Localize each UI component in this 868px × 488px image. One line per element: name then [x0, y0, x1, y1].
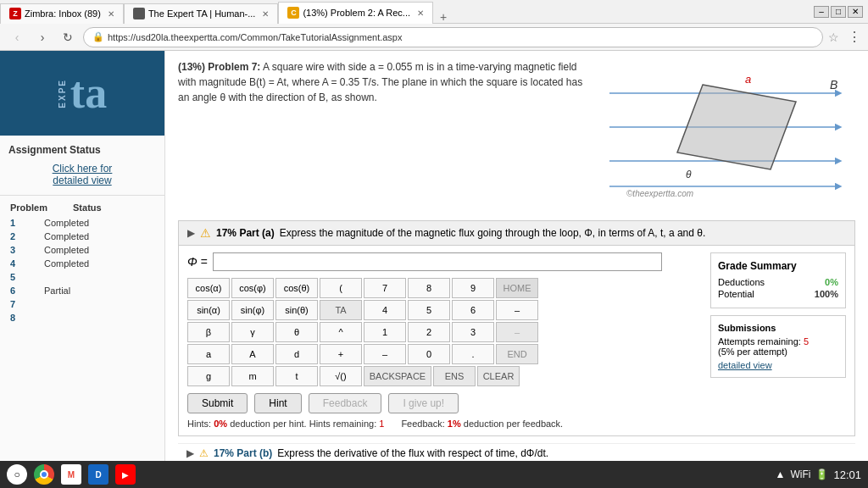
problem-status-2: Completed [44, 231, 89, 241]
window-controls: – □ ✕ [809, 6, 868, 18]
click-here-line1: Click here for [53, 163, 113, 175]
back-button[interactable]: ‹ [7, 27, 27, 47]
taskbar-app-youtube[interactable]: ▶ [115, 464, 136, 485]
kb-row-1: cos(α) cos(φ) cos(θ) ( 7 8 9 HOME [187, 278, 702, 298]
kb-minus-top[interactable]: – [496, 300, 538, 320]
kb-minus-mid: – [496, 322, 538, 342]
kb-end[interactable]: END [496, 344, 538, 364]
kb-8[interactable]: 8 [408, 278, 450, 298]
kb-9[interactable]: 9 [452, 278, 494, 298]
problem-col-header: Problem [10, 202, 47, 213]
tab-expert[interactable]: The Expert TA | Human-... ✕ [124, 3, 279, 24]
maximize-button[interactable]: □ [831, 6, 846, 18]
give-up-button[interactable]: I give up! [388, 393, 459, 413]
problem-status-3: Completed [44, 245, 89, 255]
kb-cos-phi[interactable]: cos(φ) [231, 278, 274, 298]
part-a-input-area: Φ = cos(α) cos(φ) cos(θ) ( 7 8 9 [187, 252, 702, 429]
kb-cos-alpha[interactable]: cos(α) [187, 278, 230, 298]
kb-6[interactable]: 6 [452, 300, 494, 320]
kb-sin-alpha[interactable]: sin(α) [187, 300, 230, 320]
kb-1[interactable]: 1 [364, 322, 406, 342]
taskbar-app-home[interactable]: ○ [7, 464, 27, 485]
hint-button[interactable]: Hint [254, 393, 301, 413]
problem-item-4: 4 Completed [7, 257, 158, 270]
problem-item-6: 6 Partial [7, 284, 158, 297]
url-bar[interactable]: 🔒 https://usd20la.theexpertta.com/Common… [83, 27, 823, 47]
taskbar-app-chrome[interactable] [34, 464, 54, 485]
kb-0[interactable]: 0 [408, 344, 450, 364]
kb-cos-theta[interactable]: cos(θ) [275, 278, 318, 298]
kb-theta[interactable]: θ [275, 322, 318, 342]
kb-minus-bottom[interactable]: – [364, 344, 406, 364]
feedback-button[interactable]: Feedback [309, 393, 382, 413]
minimize-button[interactable]: – [814, 6, 829, 18]
kb-clear[interactable]: CLEAR [477, 366, 520, 386]
kb-d[interactable]: d [275, 344, 318, 364]
kb-a-upper[interactable]: A [231, 344, 274, 364]
problem-num-7[interactable]: 7 [10, 299, 44, 309]
kb-7[interactable]: 7 [364, 278, 406, 298]
submissions-title: Submissions [718, 323, 838, 333]
problem-num-5[interactable]: 5 [10, 272, 44, 282]
problem-num-8[interactable]: 8 [10, 313, 44, 323]
kb-gamma[interactable]: γ [231, 322, 274, 342]
part-a-body: Φ = cos(α) cos(φ) cos(θ) ( 7 8 9 [179, 246, 854, 435]
kb-open-paren[interactable]: ( [320, 278, 362, 298]
kb-5[interactable]: 5 [408, 300, 450, 320]
phi-label: Φ = [187, 255, 208, 269]
kb-plus[interactable]: + [320, 344, 362, 364]
deductions-row: Deductions 0% [718, 277, 838, 287]
kb-home[interactable]: HOME [496, 278, 538, 298]
kb-4[interactable]: 4 [364, 300, 406, 320]
kb-m[interactable]: m [231, 366, 274, 386]
problem-num-1[interactable]: 1 [10, 218, 44, 228]
problem-num-2[interactable]: 2 [10, 231, 44, 241]
kb-t[interactable]: t [275, 366, 318, 386]
kb-3[interactable]: 3 [452, 322, 494, 342]
tab-expert-close[interactable]: ✕ [262, 9, 269, 19]
main-area: EXPE ta Assignment Status Click here for… [0, 51, 868, 461]
kb-ens[interactable]: ENS [433, 366, 476, 386]
close-window-button[interactable]: ✕ [848, 6, 863, 18]
tab-problem-close[interactable]: ✕ [417, 8, 424, 18]
click-here-link[interactable]: Click here for detailed view [8, 163, 156, 186]
problem-num-3[interactable]: 3 [10, 245, 44, 255]
kb-sqrt[interactable]: √() [320, 366, 362, 386]
problem-num-4[interactable]: 4 [10, 258, 44, 269]
kb-g[interactable]: g [187, 366, 230, 386]
phi-input[interactable] [213, 252, 662, 271]
taskbar-app-gmail[interactable]: M [61, 464, 81, 485]
kb-ta[interactable]: TA [320, 300, 362, 320]
problem-num-6[interactable]: 6 [10, 286, 44, 296]
problem-item-5: 5 [7, 270, 158, 284]
refresh-button[interactable]: ↻ [58, 27, 78, 47]
kb-2[interactable]: 2 [408, 322, 450, 342]
kb-dot[interactable]: . [452, 344, 494, 364]
kb-sin-phi[interactable]: sin(φ) [231, 300, 274, 320]
taskbar-time: 12:01 [833, 469, 861, 481]
kb-backspace[interactable]: BACKSPACE [364, 366, 431, 386]
b-label: B [830, 78, 837, 92]
browser-chrome: Z Zimbra: Inbox (89) ✕ The Expert TA | H… [0, 0, 868, 24]
copyright-text: ©theexpertta.com [626, 189, 693, 198]
kb-sin-theta[interactable]: sin(θ) [275, 300, 318, 320]
taskbar-network-icon: ▲ [776, 469, 786, 480]
kb-beta[interactable]: β [187, 322, 230, 342]
taskbar-app-docs[interactable]: D [88, 464, 108, 485]
attempts-remaining-value: 5 [804, 336, 809, 347]
submit-button[interactable]: Submit [187, 393, 248, 413]
kb-a-lower[interactable]: a [187, 344, 230, 364]
tab-expert-label: The Expert TA | Human-... [148, 8, 256, 19]
tab-zimbra-close[interactable]: ✕ [108, 9, 114, 19]
forward-button[interactable]: › [32, 27, 53, 47]
part-a-expand-icon[interactable]: ▶ [187, 227, 195, 239]
grade-summary-title: Grade Summary [718, 260, 838, 272]
deductions-value: 0% [825, 277, 838, 287]
detailed-view-link[interactable]: detailed view [718, 360, 838, 370]
tab-problem[interactable]: C (13%) Problem 2: A Rec... ✕ [278, 2, 433, 24]
tab-zimbra[interactable]: Z Zimbra: Inbox (89) ✕ [0, 3, 124, 24]
new-tab-button[interactable]: + [433, 10, 453, 24]
browser-menu[interactable]: ⋮ [848, 29, 861, 45]
bookmark-star[interactable]: ☆ [828, 30, 839, 44]
kb-caret[interactable]: ^ [320, 322, 362, 342]
